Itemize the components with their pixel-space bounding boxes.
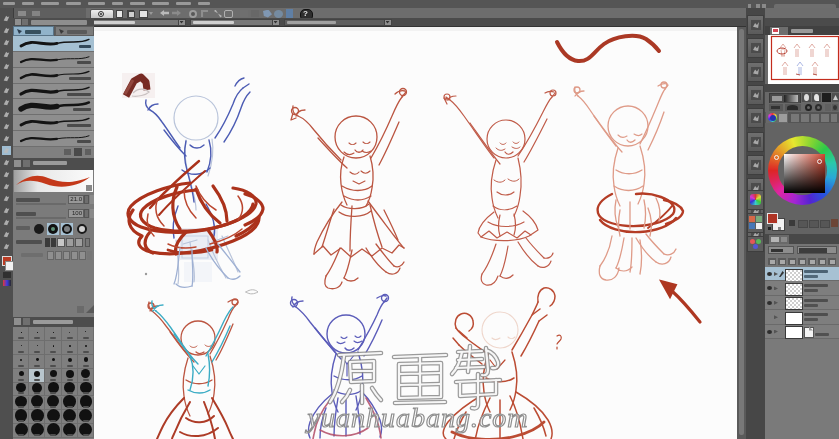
svg-text:yuanhuabang.com: yuanhuabang.com: [304, 402, 528, 433]
